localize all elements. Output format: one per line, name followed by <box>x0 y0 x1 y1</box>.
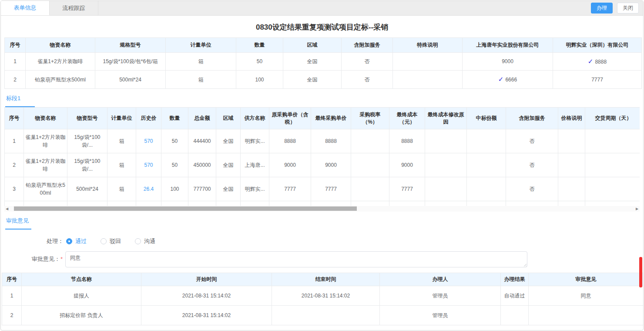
cell-text: 3 <box>13 186 16 192</box>
close-button[interactable]: 关闭 <box>617 3 639 14</box>
tab-form-info[interactable]: 表单信息 <box>1 1 50 15</box>
summary-table: 序号物资名称规格型号计量单位数量区域含附加服务特殊说明上海唐年实业股份有限公司明… <box>4 37 642 89</box>
table-cell: 444400 <box>188 129 216 153</box>
cell-text: 9000 <box>284 162 296 168</box>
column-header: 中标份额 <box>467 107 506 129</box>
cell-text: 1 <box>10 293 13 299</box>
table-cell <box>558 201 585 206</box>
table-cell <box>351 201 389 206</box>
cell-text: 提报人 <box>74 293 89 299</box>
table-cell: 1 <box>2 286 22 305</box>
column-header: 采购税率（%） <box>351 107 389 129</box>
cell-text: 全国 <box>223 138 234 144</box>
column-header: 供方名称 <box>241 107 269 129</box>
table-cell <box>467 153 506 177</box>
summary-table-body: 1雀巢1+2方片装咖啡15g/袋*100袋/包*6包/箱箱50全国否9000✓8… <box>5 52 642 88</box>
detail-table: 序号物资名称物资型号计量单位历史价数量总金额区域供方名称原采购单价（含税）最终采… <box>4 107 640 206</box>
history-price-link[interactable]: 570 <box>144 138 153 144</box>
cell-text: 否 <box>365 77 370 83</box>
column-header: 计量单位 <box>107 107 136 129</box>
history-price-link[interactable]: 570 <box>144 162 153 168</box>
table-cell: 箱 <box>107 201 136 206</box>
scroll-right-arrow-icon[interactable]: ▶ <box>634 206 640 212</box>
table-cell: 箱 <box>107 153 136 177</box>
table-cell <box>425 129 467 153</box>
radio-option-label: 通过 <box>75 237 87 245</box>
table-cell: 9000 <box>463 52 553 71</box>
detail-header-row: 序号物资名称物资型号计量单位历史价数量总金额区域供方名称原采购单价（含税）最终采… <box>5 107 640 129</box>
bid-section-tab-1[interactable]: 标段1 <box>5 95 35 107</box>
vertical-scrollbar[interactable] <box>639 257 642 287</box>
table-cell: 7777 <box>269 177 311 201</box>
table-cell: 2021-08-31 15:14:02 <box>272 286 380 305</box>
column-header: 原采购单价（含税） <box>269 107 311 129</box>
table-cell <box>351 129 389 153</box>
cell-text: 2021-08-31 15:14:02 <box>182 293 231 299</box>
cell-text: 全国 <box>307 58 318 64</box>
cell-text: 50 <box>172 138 178 144</box>
handle-button[interactable]: 办理 <box>591 3 613 14</box>
table-cell: 15g/袋*100袋/包*6包/箱 <box>95 52 166 71</box>
table-cell <box>467 177 506 201</box>
cell-text: 100 <box>170 186 179 192</box>
table-cell <box>425 201 467 206</box>
cell-text: 100 <box>255 77 264 83</box>
cell-text: 箱 <box>198 58 204 64</box>
handle-radio-option-3[interactable]: 沟通 <box>135 237 155 245</box>
tab-process-tracking[interactable]: 流程跟踪 <box>50 1 98 15</box>
cell-text: 同意 <box>581 293 591 299</box>
column-header: 区域 <box>216 107 241 129</box>
cell-text: 箱 <box>119 186 124 192</box>
toolbar-actions: 办理 关闭 <box>591 1 643 15</box>
table-cell: 450000 <box>188 153 216 177</box>
column-header: 结束时间 <box>272 273 380 286</box>
cell-text: 箱 <box>119 138 124 144</box>
column-header: 序号 <box>5 38 26 53</box>
table-cell: 否 <box>506 201 558 206</box>
table-cell: 否 <box>506 177 558 201</box>
cell-text: 8888 <box>401 138 413 144</box>
horizontal-scrollbar-thumb[interactable] <box>14 206 357 211</box>
table-cell: 15g/袋*100袋/... <box>67 129 107 153</box>
approval-section-tab: 审批意见 <box>5 217 31 230</box>
table-cell: 全国 <box>216 153 241 177</box>
cell-text: 招标定价部 负责人 <box>60 312 103 318</box>
cell-text: 全国 <box>307 77 318 83</box>
column-header: 总金额 <box>188 107 216 129</box>
scroll-left-arrow-icon[interactable]: ◀ <box>4 206 10 212</box>
table-cell: 100 <box>236 71 283 89</box>
table-cell: 上海唐... <box>241 201 269 206</box>
column-header: 办理结果 <box>501 273 529 286</box>
cell-text: 9000 <box>502 58 513 64</box>
table-row: 1提报人2021-08-31 15:14:022021-08-31 15:14:… <box>2 286 644 305</box>
table-cell: 8888 <box>389 129 425 153</box>
table-cell: ✓6666 <box>463 71 553 89</box>
comment-textarea[interactable]: 同意 <box>65 251 527 267</box>
cell-text: 8888 <box>325 138 337 144</box>
handle-decision-row: 处理： 通过驳回沟通 <box>4 230 640 249</box>
table-cell: 铂泉葫芦瓶型水500ml <box>26 71 95 89</box>
cell-text: 2 <box>10 312 13 318</box>
cell-text: 雀巢1+2方片装咖啡 <box>25 134 65 148</box>
table-cell: 4 <box>5 201 24 206</box>
table-cell: 50 <box>161 129 188 153</box>
column-header: 最终成本（元） <box>389 107 425 129</box>
table-row: 1雀巢1+2方片装咖啡15g/袋*100袋/包*6包/箱箱50全国否9000✓8… <box>5 52 642 71</box>
cell-text: 铂泉葫芦瓶型水500ml <box>35 77 86 83</box>
table-cell: 100 <box>161 201 188 206</box>
horizontal-scrollbar[interactable]: ◀ ▶ <box>4 206 640 212</box>
handle-radio-option-1[interactable]: 通过 <box>66 237 87 245</box>
table-cell: 2 <box>5 71 26 89</box>
table-row: 2雀巢1+2方片装咖啡15g/袋*100袋/...箱57050450000全国上… <box>5 153 640 177</box>
history-price-link[interactable]: 26.4 <box>144 186 154 192</box>
table-cell: 否 <box>506 129 558 153</box>
handle-radio-option-2[interactable]: 驳回 <box>101 237 121 245</box>
table-cell <box>558 129 585 153</box>
table-cell: 9000 <box>311 153 351 177</box>
table-cell <box>467 201 506 206</box>
approval-section-header: 审批意见 <box>4 212 640 230</box>
process-table-body: 1提报人2021-08-31 15:14:022021-08-31 15:14:… <box>2 286 644 325</box>
cell-text: 雀巢1+2方片装咖啡 <box>37 58 83 64</box>
table-cell: 570 <box>136 153 161 177</box>
table-cell: 铂泉葫芦瓶型水500ml <box>24 177 67 201</box>
